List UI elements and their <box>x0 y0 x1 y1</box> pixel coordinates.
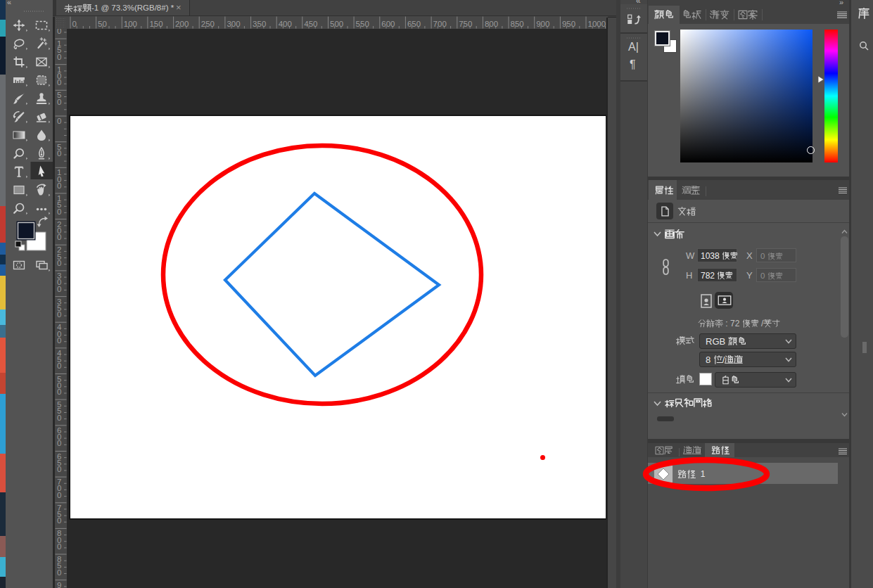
svg-text:450: 450 <box>304 20 317 28</box>
svg-text:600: 600 <box>381 20 395 28</box>
svg-text:0: 0 <box>57 285 61 293</box>
svg-text:0: 0 <box>72 20 77 28</box>
svg-text:50: 50 <box>98 20 107 28</box>
svg-text:0: 0 <box>57 336 61 345</box>
svg-text:550: 550 <box>356 20 369 28</box>
svg-text:850: 850 <box>511 20 524 28</box>
svg-text:0: 0 <box>57 414 61 422</box>
svg-text:350: 350 <box>253 20 266 28</box>
svg-text:0: 0 <box>57 465 61 473</box>
svg-text:0: 0 <box>57 78 61 87</box>
svg-text:800: 800 <box>485 20 498 28</box>
svg-text:1000: 1000 <box>588 20 606 28</box>
svg-text:200: 200 <box>175 20 189 28</box>
svg-text:0: 0 <box>57 181 61 190</box>
svg-text:400: 400 <box>279 20 292 28</box>
svg-text:0: 0 <box>57 542 61 551</box>
svg-text:0: 0 <box>57 310 61 319</box>
svg-text:0: 0 <box>57 491 61 499</box>
svg-text:0: 0 <box>57 568 61 577</box>
svg-text:500: 500 <box>330 20 343 28</box>
svg-text:0: 0 <box>57 516 61 525</box>
svg-text:250: 250 <box>201 20 215 28</box>
svg-text:0: 0 <box>57 53 61 61</box>
svg-text:0: 0 <box>57 259 61 267</box>
svg-text:900: 900 <box>536 20 549 28</box>
svg-text:0: 0 <box>57 149 61 158</box>
svg-text:650: 650 <box>407 20 421 28</box>
svg-text:950: 950 <box>562 20 575 28</box>
svg-text:100: 100 <box>124 20 137 28</box>
svg-text:0: 0 <box>57 388 61 396</box>
svg-text:0: 0 <box>57 233 61 241</box>
svg-text:300: 300 <box>227 20 240 28</box>
svg-text:0: 0 <box>57 98 61 106</box>
svg-text:0: 0 <box>57 29 61 35</box>
svg-text:0: 0 <box>57 439 61 447</box>
svg-text:0: 0 <box>57 117 61 125</box>
svg-text:700: 700 <box>433 20 447 28</box>
svg-text:0: 0 <box>57 207 61 216</box>
svg-text:750: 750 <box>459 20 472 28</box>
svg-text:0: 0 <box>57 362 61 370</box>
svg-text:150: 150 <box>149 20 163 28</box>
